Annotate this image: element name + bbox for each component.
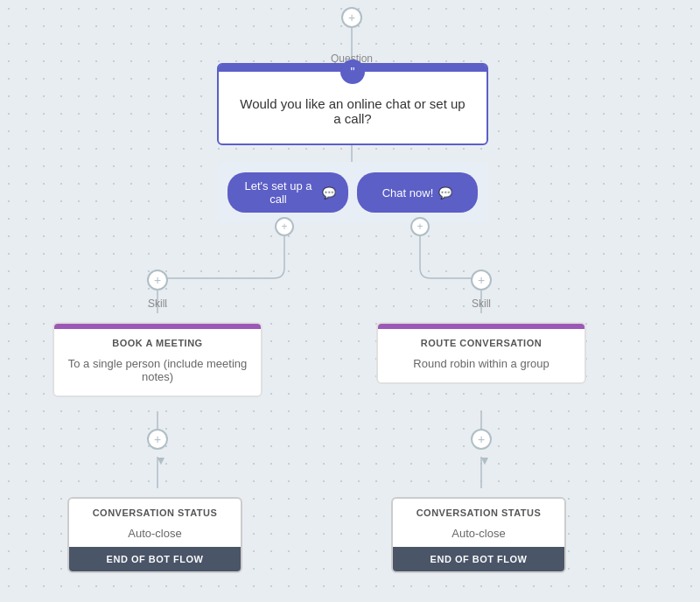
response-chat-label: Chat now! (382, 186, 434, 200)
response-area: Let's set up a call 💬 Chat now! 💬 (217, 162, 488, 223)
chat-icon: 💬 (438, 186, 452, 200)
book-meeting-title: BOOK A MEETING (54, 329, 261, 354)
route-conv-add[interactable]: + (471, 429, 492, 450)
book-meeting-node: BOOK A MEETING To a single person (inclu… (52, 322, 262, 397)
quote-icon: " (340, 60, 365, 84)
top-add-button[interactable]: + (341, 7, 362, 28)
response-call-label: Let's set up a call (240, 179, 317, 206)
left-conv-status-desc: Auto-close (69, 523, 241, 547)
call-icon: 💬 (322, 186, 336, 200)
question-node-icon: " (219, 60, 486, 84)
left-conv-status-node: CONVERSATION STATUS Auto-close END OF BO… (67, 497, 242, 573)
flow-container: + Question " Would you like an online ch… (0, 0, 700, 602)
right-end-bot-label: END OF BOT FLOW (393, 547, 564, 571)
right-down-arrow: ▼ (479, 453, 491, 467)
right-conv-status-title: CONVERSATION STATUS (393, 499, 564, 523)
question-node: " Would you like an online chat or set u… (217, 63, 488, 145)
route-conversation-title: ROUTE CONVERSATION (378, 329, 584, 354)
route-conversation-desc: Round robin within a group (378, 354, 584, 382)
left-down-arrow: ▼ (155, 453, 167, 467)
right-conv-status-desc: Auto-close (393, 523, 564, 547)
right-conv-status-node: CONVERSATION STATUS Auto-close END OF BO… (391, 497, 566, 573)
response-chat-button[interactable]: Chat now! 💬 (357, 172, 478, 213)
book-meeting-add[interactable]: + (147, 429, 168, 450)
left-skill-label: Skill (114, 298, 201, 310)
right-skill-label: Skill (438, 298, 525, 310)
response-call-button[interactable]: Let's set up a call 💬 (228, 172, 348, 213)
left-skill-add[interactable]: + (147, 270, 168, 290)
left-conv-status-title: CONVERSATION STATUS (69, 499, 241, 523)
response-right-add[interactable]: + (410, 217, 430, 236)
question-text: Would you like an online chat or set up … (219, 84, 486, 144)
route-conversation-node: ROUTE CONVERSATION Round robin within a … (376, 322, 586, 384)
left-end-bot-label: END OF BOT FLOW (69, 547, 241, 571)
right-skill-add[interactable]: + (471, 270, 492, 290)
book-meeting-desc: To a single person (include meeting note… (54, 354, 261, 396)
response-left-add[interactable]: + (275, 217, 294, 236)
